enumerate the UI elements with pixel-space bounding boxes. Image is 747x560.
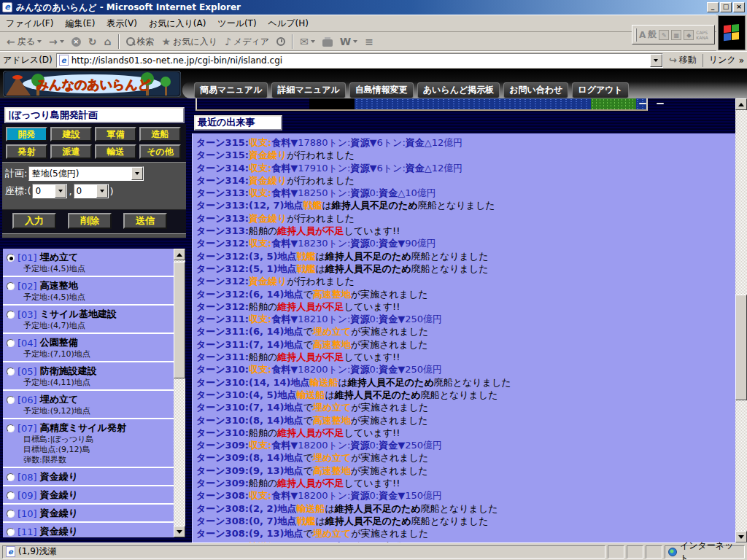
nav-link[interactable]: 自島情報変更 [349, 82, 414, 98]
scroll-down-button[interactable] [174, 526, 185, 537]
ime-tool-icon[interactable]: ✎ [659, 30, 669, 40]
plan-item-head: [10]資金繰り [7, 507, 172, 520]
nav-link[interactable]: ログアウト [572, 82, 628, 98]
command-tab-その他[interactable]: その他 [139, 144, 181, 159]
restore-button[interactable]: □ [720, 2, 732, 12]
forward-button[interactable]: → [45, 36, 68, 47]
print-button[interactable] [319, 36, 336, 47]
go-button[interactable]: ↪ 移動 [669, 54, 697, 66]
scroll-up-button[interactable] [735, 98, 747, 110]
ime-grip-handle[interactable] [635, 28, 637, 42]
history-button[interactable] [273, 36, 289, 47]
coord-x-arrow[interactable] [55, 184, 66, 198]
menu-item[interactable]: 表示(V) [107, 18, 137, 30]
ime-pad-icon[interactable]: ▦ [671, 30, 681, 40]
address-input[interactable] [71, 55, 650, 66]
command-tab-造船[interactable]: 造船 [139, 127, 181, 141]
links-chevron-icon[interactable]: » [739, 55, 744, 66]
ime-toolbar[interactable]: A 般 ✎ ▦ ◆ CAPSKANA [632, 25, 715, 44]
command-tab-建設[interactable]: 建設 [50, 127, 92, 141]
log-line: ターン310:(4, 5)地点輸送船は維持人員不足のため廃船となりました [196, 389, 735, 401]
plan-list-item[interactable]: [03]ミサイル基地建設予定地:(4,7)地点 [3, 306, 174, 334]
plan-list-item[interactable]: [09]資金繰り [3, 486, 174, 505]
back-dropdown-icon[interactable] [37, 40, 42, 45]
plan-list-item[interactable]: [06]埋め立て予定地:(9,12)地点 [3, 391, 174, 419]
plan-list-scrollbar[interactable] [174, 249, 185, 537]
title-bar[interactable]: e みんなのあいらんど - Microsoft Internet Explore… [0, 0, 747, 15]
ime-dict-icon[interactable]: ◆ [684, 30, 694, 40]
plan-list-item[interactable]: [04]公園整備予定地:(7,10)地点 [3, 334, 174, 362]
plan-radio-button[interactable] [7, 473, 15, 481]
mail-button[interactable]: ✉ [296, 36, 319, 47]
page-scrollbar[interactable] [735, 98, 747, 542]
back-button[interactable]: ← 戻る [3, 35, 45, 49]
plan-radio-button[interactable] [7, 339, 15, 347]
plan-radio-button[interactable] [7, 528, 15, 536]
plan-list-item[interactable]: [05]防衛施設建設予定地:(4,11)地点 [3, 362, 174, 391]
media-button[interactable]: ♪ メディア [221, 35, 273, 49]
plan-list-item[interactable]: [01]埋め立て予定地:(4,5)地点 [3, 249, 174, 277]
plan-list-item[interactable]: [02]高速整地予定地:(4,5)地点 [3, 277, 174, 306]
plan-radio-button[interactable] [7, 396, 15, 404]
plan-radio-button[interactable] [7, 491, 15, 499]
menu-item[interactable]: ファイル(F) [6, 18, 53, 30]
command-tab-開発[interactable]: 開発 [6, 127, 47, 141]
plan-radio-button[interactable] [7, 282, 15, 290]
plan-id: [02] [18, 281, 37, 292]
plan-select[interactable]: 整地(5億円) [28, 166, 144, 181]
coord-y-arrow[interactable] [96, 184, 108, 198]
status-message: (1,9)浅瀬 [18, 545, 56, 558]
edit-dropdown-icon[interactable] [353, 40, 357, 45]
action-button[interactable]: 送信 [123, 213, 167, 229]
command-tab-軍備[interactable]: 軍備 [95, 127, 136, 141]
plan-radio-button[interactable] [7, 424, 15, 432]
recent-events-title: 最近の出来事 [194, 115, 282, 131]
scrollbar-thumb[interactable] [174, 262, 185, 378]
command-tab-派遣[interactable]: 派遣 [50, 144, 92, 159]
map-land-tile[interactable] [591, 98, 636, 109]
favorites-button[interactable]: ★ お気に入り [158, 35, 221, 49]
menu-item[interactable]: ツール(T) [217, 18, 256, 30]
plan-radio-button[interactable] [7, 510, 15, 518]
discuss-button[interactable]: ≡ [361, 36, 377, 47]
plan-list-item[interactable]: [07]高精度ミサイル発射目標島:|ぼっつり島目標地点:(9,12)島弾数:限界… [3, 419, 174, 468]
search-button[interactable]: 検索 [123, 35, 158, 49]
address-dropdown-button[interactable] [650, 54, 662, 67]
nav-link[interactable]: 詳細マニュアル [271, 82, 345, 98]
action-button[interactable]: 入力 [12, 213, 56, 229]
coord-y-select[interactable]: 0 [74, 184, 109, 198]
ime-input-mode-button[interactable]: A [639, 30, 646, 40]
forward-dropdown-icon[interactable] [60, 40, 64, 45]
map-sea-tiles[interactable] [355, 98, 646, 109]
scroll-up-button[interactable] [174, 249, 185, 260]
plan-radio-button[interactable] [7, 368, 15, 376]
plan-select-arrow[interactable] [131, 167, 143, 180]
command-tab-発射[interactable]: 発射 [6, 144, 47, 159]
action-button[interactable]: 削除 [68, 213, 112, 229]
plan-list-item[interactable]: [08]資金繰り [3, 468, 174, 486]
nav-link[interactable]: お問い合わせ [503, 82, 568, 98]
links-toolbar[interactable]: リンク » [703, 54, 744, 67]
home-button[interactable]: ⌂ [100, 36, 115, 47]
nav-link[interactable]: 簡易マニュアル [194, 82, 268, 98]
refresh-button[interactable]: ↻ [85, 36, 101, 47]
mail-dropdown-icon[interactable] [311, 40, 315, 45]
plan-radio-button[interactable] [7, 311, 15, 319]
plan-radio-button[interactable] [7, 254, 15, 262]
edit-button[interactable]: W [336, 36, 361, 47]
menu-item[interactable]: ヘルプ(H) [268, 18, 309, 30]
site-logo-banner[interactable]: みんなのあいらんど [3, 71, 181, 97]
command-tab-輸送[interactable]: 輸送 [95, 144, 136, 159]
plan-list-item[interactable]: [11]資金繰り [3, 523, 174, 537]
scrollbar-thumb[interactable] [735, 295, 747, 400]
ime-conversion-mode-button[interactable]: 般 [648, 28, 657, 41]
stop-button[interactable]: × [68, 36, 85, 47]
menu-item[interactable]: 編集(E) [65, 18, 95, 30]
plan-list-item[interactable]: [10]資金繰り [3, 505, 174, 523]
coord-x-select[interactable]: 0 [32, 184, 67, 198]
minimize-button[interactable]: _ [707, 2, 719, 12]
menu-item[interactable]: お気に入り(A) [149, 18, 206, 30]
close-button[interactable]: × [733, 2, 745, 12]
address-input-box[interactable]: e [56, 53, 663, 68]
nav-link[interactable]: あいらんど掲示板 [417, 82, 500, 98]
